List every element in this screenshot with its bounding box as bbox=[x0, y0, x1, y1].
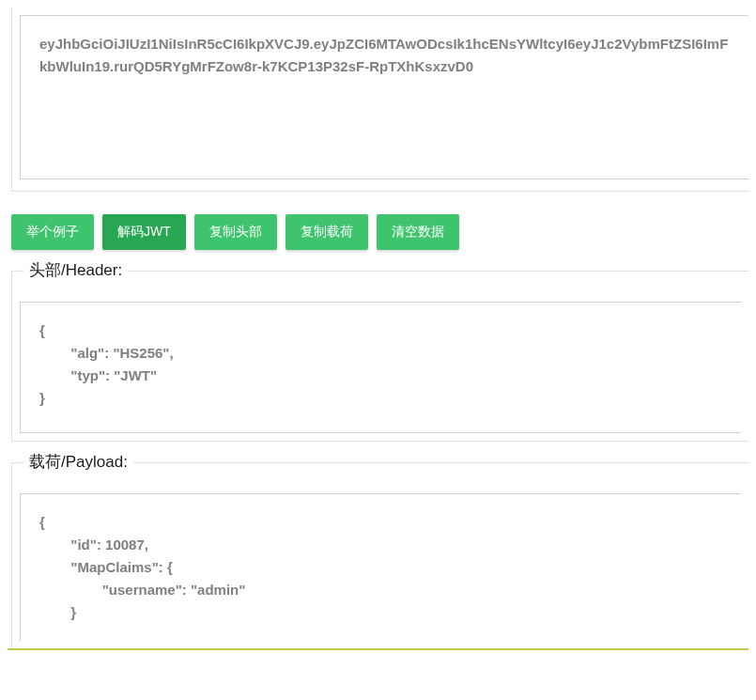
payload-section: 载荷/Payload: { "id": 10087, "MapClaims": … bbox=[11, 462, 748, 648]
header-output[interactable]: { "alg": "HS256", "typ": "JWT" } bbox=[20, 302, 741, 433]
bottom-divider bbox=[8, 648, 748, 650]
example-button[interactable]: 举个例子 bbox=[11, 214, 94, 250]
payload-legend: 载荷/Payload: bbox=[23, 451, 133, 473]
jwt-input-panel bbox=[11, 8, 748, 192]
decode-jwt-button[interactable]: 解码JWT bbox=[102, 214, 186, 250]
payload-output[interactable]: { "id": 10087, "MapClaims": { "username"… bbox=[20, 493, 741, 641]
copy-header-button[interactable]: 复制头部 bbox=[194, 214, 277, 250]
copy-payload-button[interactable]: 复制载荷 bbox=[285, 214, 368, 250]
clear-data-button[interactable]: 清空数据 bbox=[377, 214, 459, 250]
header-legend: 头部/Header: bbox=[23, 259, 128, 281]
toolbar: 举个例子 解码JWT 复制头部 复制载荷 清空数据 bbox=[8, 214, 748, 250]
jwt-token-input[interactable] bbox=[20, 15, 748, 179]
header-section: 头部/Header: { "alg": "HS256", "typ": "JWT… bbox=[11, 271, 748, 442]
